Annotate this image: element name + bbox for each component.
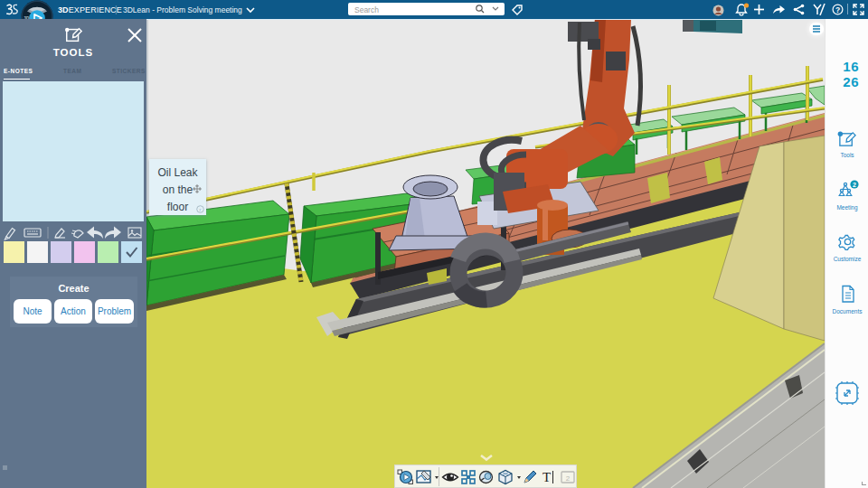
svg-text:r: r xyxy=(200,207,202,212)
svg-text:?: ? xyxy=(835,5,840,14)
svg-text:2: 2 xyxy=(566,474,571,483)
svg-text:T: T xyxy=(542,470,551,484)
svg-text:2: 2 xyxy=(853,182,856,188)
